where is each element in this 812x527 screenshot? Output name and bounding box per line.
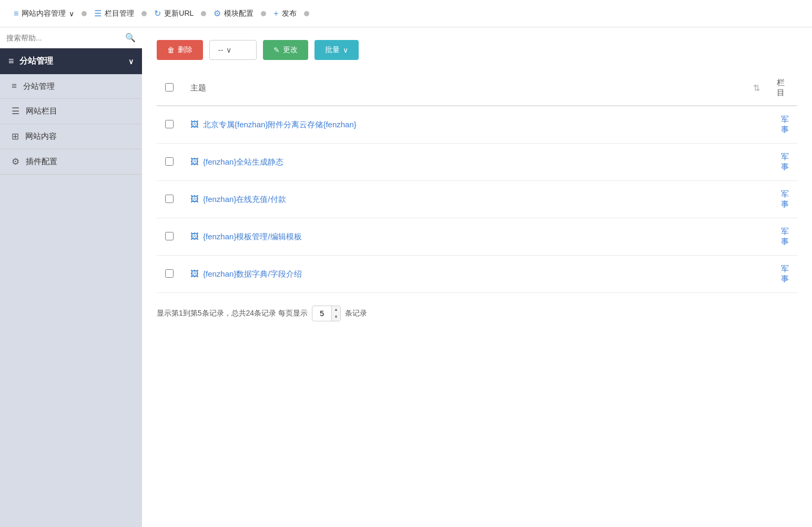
row-sort-cell bbox=[745, 106, 768, 144]
sidebar-search-container: 🔍 bbox=[0, 27, 142, 48]
category-link[interactable]: 军事 bbox=[781, 189, 789, 208]
delete-button[interactable]: 🗑 删除 bbox=[157, 40, 203, 60]
table-row: 🖼 北京专属{fenzhan}附件分离云存储{fenzhan} 军事 bbox=[157, 106, 797, 144]
nav-separator-3 bbox=[201, 11, 206, 16]
image-icon: 🖼 bbox=[190, 157, 199, 167]
sidebar-item-website-content[interactable]: ⊞ 网站内容 bbox=[0, 124, 142, 149]
row-checkbox[interactable] bbox=[165, 120, 174, 128]
th-checkbox bbox=[157, 70, 182, 106]
row-checkbox[interactable] bbox=[165, 195, 174, 203]
row-category-cell: 军事 bbox=[768, 181, 797, 218]
subject-text: {fenzhan}在线充值/付款 bbox=[203, 195, 286, 205]
main-layout: 🔍 ≡ 分站管理 ∨ ≡ 分站管理 ☰ 网站栏目 ⊞ 网站内容 ⚙ 插件配置 bbox=[0, 27, 812, 527]
sidebar-section-header[interactable]: ≡ 分站管理 ∨ bbox=[0, 48, 142, 74]
table-row: 🖼 {fenzhan}模板管理/编辑模板 军事 bbox=[157, 218, 797, 256]
category-link[interactable]: 军事 bbox=[781, 227, 789, 246]
edit-button[interactable]: ✎ 更改 bbox=[263, 40, 308, 60]
plugin-config-icon: ⚙ bbox=[12, 156, 19, 167]
subject-link[interactable]: 🖼 {fenzhan}全站生成静态 bbox=[190, 157, 736, 167]
category-link[interactable]: 军事 bbox=[781, 115, 789, 134]
pagination-info: 显示第1到第5条记录，总共24条记录 每页显示 bbox=[157, 309, 308, 318]
search-icon: 🔍 bbox=[125, 33, 136, 43]
nav-column-mgmt[interactable]: ☰ 栏目管理 bbox=[89, 5, 139, 22]
row-sort-cell bbox=[745, 256, 768, 293]
subject-text: 北京专属{fenzhan}附件分离云存储{fenzhan} bbox=[203, 120, 357, 130]
image-icon: 🖼 bbox=[190, 269, 199, 279]
row-sort-cell bbox=[745, 181, 768, 218]
sidebar-item-plugin-config-label: 插件配置 bbox=[26, 157, 57, 167]
sidebar-item-plugin-config[interactable]: ⚙ 插件配置 bbox=[0, 149, 142, 175]
nav-module-config-label: 模块配置 bbox=[224, 9, 253, 18]
expand-icon: ∨ bbox=[128, 57, 134, 66]
subject-text: {fenzhan}全站生成静态 bbox=[203, 157, 283, 167]
nav-separator-5 bbox=[304, 11, 309, 16]
nav-column-mgmt-label: 栏目管理 bbox=[105, 9, 134, 18]
image-icon: 🖼 bbox=[190, 195, 199, 204]
page-size-input[interactable]: 5 ▲ ▼ bbox=[312, 306, 341, 321]
nav-publish[interactable]: + 发布 bbox=[268, 6, 301, 22]
toolbar: 🗑 删除 -- ∨ ✎ 更改 批量 ∨ bbox=[157, 40, 797, 60]
batch-button[interactable]: 批量 ∨ bbox=[314, 40, 359, 60]
nav-module-config[interactable]: ⚙ 模块配置 bbox=[208, 5, 259, 22]
batch-label: 批量 bbox=[325, 45, 340, 55]
spin-buttons: ▲ ▼ bbox=[331, 306, 340, 321]
pagination-suffix: 条记录 bbox=[345, 309, 367, 318]
spin-up-button[interactable]: ▲ bbox=[332, 306, 340, 313]
spin-down-button[interactable]: ▼ bbox=[332, 313, 340, 321]
nav-content-mgmt[interactable]: ≡ 网站内容管理 ∨ bbox=[8, 6, 79, 22]
column-mgmt-icon: ☰ bbox=[94, 8, 102, 18]
sidebar-item-website-columns[interactable]: ☰ 网站栏目 bbox=[0, 99, 142, 124]
subject-link[interactable]: 🖼 {fenzhan}在线充值/付款 bbox=[190, 195, 736, 205]
table-row: 🖼 {fenzhan}全站生成静态 军事 bbox=[157, 144, 797, 181]
row-checkbox[interactable] bbox=[165, 157, 174, 166]
row-subject-cell: 🖼 {fenzhan}模板管理/编辑模板 bbox=[182, 218, 745, 256]
row-checkbox-cell bbox=[157, 181, 182, 218]
th-subject: 主题 bbox=[182, 70, 745, 106]
page-size-field[interactable]: 5 bbox=[312, 309, 331, 318]
content-mgmt-icon: ≡ bbox=[14, 9, 18, 18]
th-sort[interactable]: ⇅ bbox=[745, 70, 768, 106]
subject-link[interactable]: 🖼 {fenzhan}数据字典/字段介绍 bbox=[190, 269, 736, 279]
sidebar-item-subsite-mgmt[interactable]: ≡ 分站管理 bbox=[0, 74, 142, 99]
row-checkbox[interactable] bbox=[165, 269, 174, 278]
select-all-checkbox[interactable] bbox=[165, 83, 174, 92]
row-category-cell: 军事 bbox=[768, 256, 797, 293]
nav-separator-2 bbox=[141, 11, 147, 16]
select-arrow-icon: ∨ bbox=[226, 46, 231, 54]
row-checkbox-cell bbox=[157, 144, 182, 181]
nav-content-mgmt-label: 网站内容管理 bbox=[22, 9, 66, 18]
top-nav: ≡ 网站内容管理 ∨ ☰ 栏目管理 ↻ 更新URL ⚙ 模块配置 + 发布 bbox=[0, 0, 812, 27]
section-header-icon: ≡ bbox=[8, 56, 14, 67]
search-input[interactable] bbox=[6, 34, 125, 42]
section-header-label: 分站管理 bbox=[19, 56, 53, 67]
edit-icon: ✎ bbox=[273, 46, 280, 54]
select-dropdown[interactable]: -- ∨ bbox=[209, 40, 257, 60]
row-sort-cell bbox=[745, 144, 768, 181]
website-columns-icon: ☰ bbox=[12, 106, 19, 117]
data-table: 主题 ⇅ 栏目 🖼 北京专属{fenzhan}附件分离云存储{ bbox=[157, 70, 797, 293]
row-subject-cell: 🖼 北京专属{fenzhan}附件分离云存储{fenzhan} bbox=[182, 106, 745, 144]
category-link[interactable]: 军事 bbox=[781, 264, 789, 283]
trash-icon: 🗑 bbox=[167, 46, 175, 54]
subject-link[interactable]: 🖼 北京专属{fenzhan}附件分离云存储{fenzhan} bbox=[190, 120, 736, 130]
th-category-label: 栏目 bbox=[777, 78, 785, 97]
th-subject-label: 主题 bbox=[190, 83, 206, 92]
subject-text: {fenzhan}数据字典/字段介绍 bbox=[203, 269, 302, 279]
nav-update-url[interactable]: ↻ 更新URL bbox=[149, 5, 199, 22]
nav-separator-4 bbox=[261, 11, 266, 16]
select-label: -- bbox=[218, 46, 223, 54]
dropdown-arrow-icon: ∨ bbox=[69, 9, 74, 18]
sidebar: 🔍 ≡ 分站管理 ∨ ≡ 分站管理 ☰ 网站栏目 ⊞ 网站内容 ⚙ 插件配置 bbox=[0, 27, 142, 527]
row-checkbox[interactable] bbox=[165, 232, 174, 240]
row-checkbox-cell bbox=[157, 106, 182, 144]
delete-label: 删除 bbox=[178, 45, 192, 55]
table-row: 🖼 {fenzhan}在线充值/付款 军事 bbox=[157, 181, 797, 218]
sidebar-item-website-columns-label: 网站栏目 bbox=[26, 106, 57, 116]
module-config-icon: ⚙ bbox=[214, 8, 221, 18]
nav-publish-label: 发布 bbox=[282, 9, 297, 18]
sidebar-item-subsite-mgmt-label: 分站管理 bbox=[23, 82, 55, 92]
category-link[interactable]: 军事 bbox=[781, 152, 789, 171]
row-checkbox-cell bbox=[157, 218, 182, 256]
publish-icon: + bbox=[273, 9, 278, 18]
subject-link[interactable]: 🖼 {fenzhan}模板管理/编辑模板 bbox=[190, 232, 736, 242]
